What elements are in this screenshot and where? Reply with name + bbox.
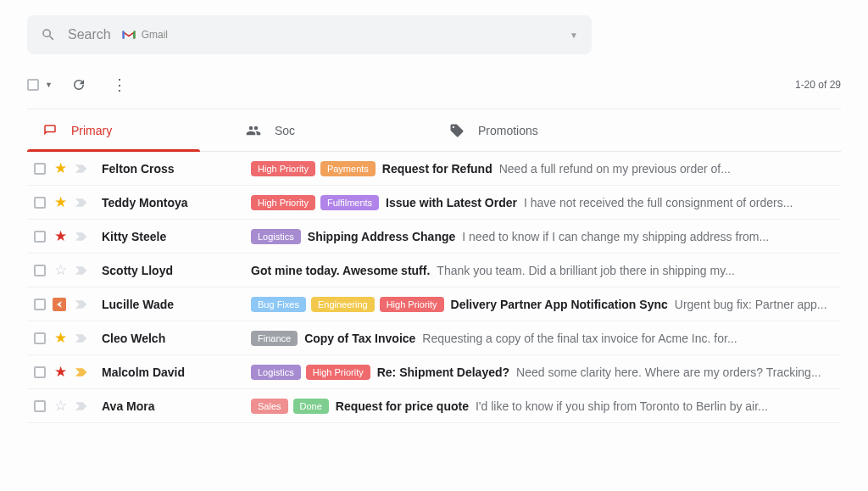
label[interactable]: Sales: [251, 399, 288, 414]
toolbar: ▼ ⋮ 1-20 of 29: [27, 68, 841, 102]
refresh-button[interactable]: [71, 77, 86, 92]
label-group: High PriorityPayments: [251, 161, 376, 176]
importance-icon[interactable]: [75, 299, 90, 310]
label-group: LogisticsHigh Priority: [251, 365, 370, 380]
tab-promotions[interactable]: Promotions: [434, 109, 637, 151]
row-checkbox[interactable]: [34, 366, 46, 378]
snippet: I have not received the full consignment…: [524, 196, 793, 209]
more-button[interactable]: ⋮: [112, 77, 127, 92]
star-icon[interactable]: ☆: [53, 397, 68, 415]
sender: Teddy Montoya: [102, 196, 251, 209]
importance-icon[interactable]: [75, 401, 90, 411]
label[interactable]: High Priority: [306, 365, 370, 380]
subject: Re: Shipment Delayed?: [377, 365, 509, 379]
search-placeholder: Search: [68, 27, 111, 42]
importance-icon[interactable]: [75, 265, 90, 276]
label[interactable]: Fulfilments: [320, 195, 379, 210]
row-checkbox[interactable]: [34, 163, 46, 175]
tab-primary[interactable]: Primary: [27, 109, 231, 151]
importance-icon[interactable]: [75, 333, 90, 343]
row-checkbox[interactable]: [34, 400, 46, 412]
snippet: I'd like to know if you ship from Toront…: [476, 399, 768, 413]
tag-icon: [449, 123, 465, 138]
row-content: FinanceCopy of Tax InvoiceRequesting a c…: [251, 331, 834, 346]
star-icon[interactable]: ☆: [53, 261, 68, 279]
email-row[interactable]: ★Malcolm DavidLogisticsHigh PriorityRe: …: [27, 355, 841, 389]
importance-icon[interactable]: [75, 164, 90, 174]
row-content: SalesDoneRequest for price quoteI'd like…: [251, 399, 834, 414]
snippet: Urgent bug fix: Partner app...: [675, 298, 827, 311]
label-group: SalesDone: [251, 399, 329, 414]
star-icon[interactable]: ★: [53, 363, 68, 381]
row-content: Bug FixesEngineeringHigh PriorityDeliver…: [251, 297, 834, 312]
caret-down-icon[interactable]: ▼: [45, 81, 53, 89]
tab-label: Promotions: [478, 124, 538, 137]
label[interactable]: Payments: [320, 161, 376, 176]
row-checkbox[interactable]: [34, 299, 46, 310]
importance-icon[interactable]: [75, 232, 90, 242]
star-icon[interactable]: ★: [53, 159, 68, 177]
email-row[interactable]: Lucille WadeBug FixesEngineeringHigh Pri…: [27, 287, 841, 321]
row-content: LogisticsShipping Address ChangeI need t…: [251, 229, 834, 244]
label[interactable]: Finance: [251, 331, 298, 346]
snippet: Need some clarity here. Where are my ord…: [516, 365, 821, 379]
tab-social[interactable]: Soc: [231, 109, 434, 151]
search-dropdown-icon[interactable]: ▼: [570, 31, 578, 40]
label[interactable]: High Priority: [251, 195, 315, 210]
category-tabs: Primary Soc Promotions: [27, 109, 841, 152]
label-group: Logistics: [251, 229, 301, 244]
row-content: High PriorityPaymentsRequest for RefundN…: [251, 161, 834, 176]
importance-icon[interactable]: [75, 198, 90, 208]
email-row[interactable]: ☆Ava MoraSalesDoneRequest for price quot…: [27, 389, 841, 423]
snippet: I need to know if I can change my shippi…: [462, 230, 769, 243]
email-row[interactable]: ★Cleo WelchFinanceCopy of Tax InvoiceReq…: [27, 321, 841, 355]
star-icon[interactable]: [53, 298, 68, 311]
email-row[interactable]: ★Teddy MontoyaHigh PriorityFulfilmentsIs…: [27, 186, 841, 220]
label[interactable]: Engineering: [311, 297, 375, 312]
subject: Request for Refund: [382, 162, 492, 176]
search-icon: [41, 27, 56, 42]
row-checkbox[interactable]: [34, 231, 46, 243]
gmail-logo-icon: [121, 29, 136, 41]
pagination-range: 1-20 of 29: [795, 79, 841, 91]
star-icon[interactable]: ★: [53, 227, 68, 245]
search-bar[interactable]: Search Gmail ▼: [27, 15, 592, 54]
tab-label: Primary: [71, 124, 112, 137]
email-list: ★Felton CrossHigh PriorityPaymentsReques…: [27, 152, 841, 423]
subject: Issue with Latest Order: [386, 196, 517, 209]
email-row[interactable]: ☆Scotty LloydGot mine today. Awesome stu…: [27, 254, 841, 287]
search-scope: Gmail: [121, 29, 168, 41]
subject: Copy of Tax Invoice: [304, 332, 415, 345]
email-row[interactable]: ★Felton CrossHigh PriorityPaymentsReques…: [27, 152, 841, 186]
row-checkbox[interactable]: [34, 332, 46, 344]
subject: Delivery Partner App Notification Sync: [451, 298, 668, 311]
sender: Lucille Wade: [102, 298, 251, 311]
row-checkbox[interactable]: [34, 265, 46, 276]
label[interactable]: Logistics: [251, 365, 301, 380]
star-icon[interactable]: ★: [53, 193, 68, 211]
email-row[interactable]: ★Kitty SteeleLogisticsShipping Address C…: [27, 220, 841, 254]
label[interactable]: High Priority: [251, 161, 315, 176]
inbox-icon: [42, 123, 58, 138]
sender: Ava Mora: [102, 399, 251, 413]
importance-icon[interactable]: [75, 367, 90, 377]
label[interactable]: High Priority: [380, 297, 444, 312]
label[interactable]: Bug Fixes: [251, 297, 306, 312]
label[interactable]: Logistics: [251, 229, 301, 244]
sender: Malcolm David: [102, 365, 251, 379]
label-group: High PriorityFulfilments: [251, 195, 379, 210]
select-all[interactable]: ▼: [27, 79, 53, 91]
label[interactable]: Done: [293, 399, 329, 414]
label-group: Finance: [251, 331, 298, 346]
select-all-checkbox[interactable]: [27, 79, 39, 91]
tab-label: Soc: [275, 124, 295, 137]
people-icon: [246, 123, 261, 138]
row-checkbox[interactable]: [34, 197, 46, 209]
sender: Kitty Steele: [102, 230, 251, 243]
row-content: High PriorityFulfilmentsIssue with Lates…: [251, 195, 834, 210]
subject: Got mine today. Awesome stuff.: [251, 264, 430, 277]
subject: Request for price quote: [336, 399, 469, 413]
sender: Cleo Welch: [102, 332, 251, 345]
star-icon[interactable]: ★: [53, 329, 68, 347]
row-content: LogisticsHigh PriorityRe: Shipment Delay…: [251, 365, 834, 380]
